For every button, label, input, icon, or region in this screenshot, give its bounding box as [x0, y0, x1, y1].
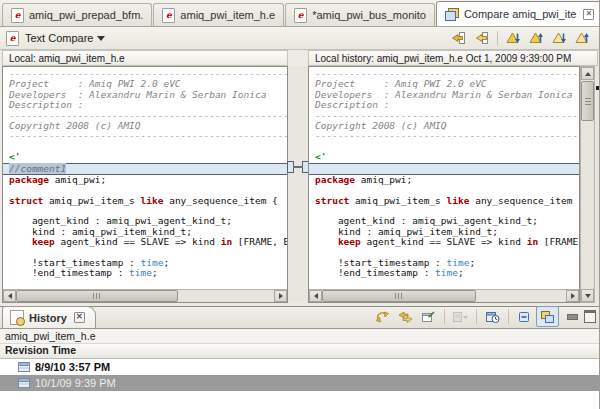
toolbar-separator [497, 31, 498, 46]
history-row[interactable]: 8/9/10 3:57 PM [0, 359, 600, 375]
e-file-icon: e [162, 8, 175, 23]
code-line: keep agent_kind == SLAVE => kind in [FRA… [9, 237, 287, 247]
history-view-icon [10, 310, 24, 325]
history-view: History ✕ [0, 306, 600, 409]
copy-current-right-to-left-button[interactable] [470, 28, 493, 49]
copy-current-right-to-left-icon [474, 31, 489, 45]
right-horizontal-scrollbar[interactable] [309, 289, 579, 302]
next-difference-icon [506, 31, 521, 45]
compare-mode-button[interactable] [536, 306, 559, 327]
collapse-all-button[interactable] [513, 306, 536, 327]
left-compare-pane[interactable]: ----------------------------------------… [2, 66, 288, 303]
previous-change-icon [575, 31, 590, 45]
chevron-down-icon[interactable] [97, 36, 105, 45]
code-line: <' [315, 152, 579, 162]
diff-connector-strip [288, 66, 308, 303]
text-compare-doc-icon: e [6, 31, 19, 46]
next-change-button[interactable] [548, 28, 571, 49]
previous-change-button[interactable] [571, 28, 594, 49]
code-line [9, 142, 287, 152]
editor-tab-prepad-bfm[interactable]: e amiq_pwi_prepad_bfm. [2, 3, 152, 26]
revision-time: 8/9/10 3:57 PM [35, 361, 110, 373]
revision-time-column-header[interactable]: Revision Time [0, 344, 600, 359]
right-vertical-scrollbar[interactable] [580, 66, 595, 303]
history-row[interactable]: 10/1/09 9:39 PM [0, 375, 600, 391]
e-file-icon: e [11, 8, 24, 23]
pin-view-icon [421, 310, 436, 324]
link-with-editor-button[interactable] [394, 306, 417, 327]
eclipse-window: e amiq_pwi_prepad_bfm. e amiq_pwi_item_h… [0, 0, 600, 409]
left-pane-header: Local: amiq_pwi_item_h.e [2, 50, 288, 66]
close-view-icon[interactable]: ✕ [74, 312, 85, 323]
code-line: struct amiq_pwi_item_s like any_sequence… [315, 196, 579, 206]
copy-all-right-to-left-button[interactable] [447, 28, 470, 49]
scrollbar-thumb[interactable] [16, 290, 178, 302]
toolbar-separator [444, 309, 445, 324]
group-by-date-button[interactable] [449, 306, 472, 327]
diff-overview-mark[interactable] [596, 86, 600, 90]
compare-editor-icon [445, 8, 459, 21]
pin-view-button[interactable] [417, 306, 440, 327]
code-line: package amiq_pwi; [9, 175, 287, 185]
revision-icon [18, 362, 30, 372]
code-line: ----------------------------------------… [315, 131, 579, 141]
toolbar-separator [508, 309, 509, 324]
revision-icon [18, 378, 30, 388]
refresh-icon [375, 310, 390, 324]
link-with-editor-icon [398, 310, 413, 324]
scroll-left-icon[interactable] [3, 290, 16, 302]
previous-difference-icon [529, 31, 544, 45]
minimize-icon[interactable] [567, 314, 578, 320]
left-horizontal-scrollbar[interactable] [3, 289, 287, 302]
text-compare-label: Text Compare [25, 32, 93, 44]
scrollbar-thumb[interactable] [322, 290, 476, 302]
code-line: package amiq_pwi; [315, 175, 579, 185]
code-line [315, 142, 579, 152]
code-line: !end_timestamp : time; [315, 268, 579, 278]
right-pane-code[interactable]: ----------------------------------------… [309, 67, 579, 290]
refresh-button[interactable] [371, 306, 394, 327]
code-line: <' [9, 152, 287, 162]
history-toolbar [371, 306, 600, 328]
toolbar-separator [476, 309, 477, 324]
history-tab-bar: History ✕ [0, 307, 600, 329]
editor-tab-compare-active[interactable]: Compare amiq_pwi_ite ✕ [436, 1, 600, 26]
scroll-right-icon[interactable] [274, 290, 287, 302]
date-format-button[interactable] [481, 306, 504, 327]
code-line: !end_timestamp : time; [9, 268, 287, 278]
editor-tab-label: amiq_pwi_prepad_bfm. [29, 9, 143, 21]
editor-tab-bus-monitor[interactable]: e *amiq_pwi_bus_monito [285, 3, 435, 26]
collapse-all-icon [517, 310, 532, 324]
history-tab-label: History [29, 312, 67, 324]
scrollbar-thumb[interactable] [581, 81, 594, 121]
history-file-label: amiq_pwi_item_h.e [0, 329, 600, 344]
right-compare-pane[interactable]: ----------------------------------------… [308, 66, 580, 303]
previous-difference-button[interactable] [525, 28, 548, 49]
editor-tab-bar: e amiq_pwi_prepad_bfm. e amiq_pwi_item_h… [0, 0, 600, 27]
e-file-icon: e [294, 8, 307, 23]
editor-tab-label: Compare amiq_pwi_ite [464, 8, 577, 20]
editor-tab-item-h[interactable]: e amiq_pwi_item_h.e [153, 3, 284, 26]
compare-toolbar-buttons [447, 28, 594, 49]
revision-time: 10/1/09 9:39 PM [35, 377, 116, 389]
maximize-icon[interactable] [584, 310, 596, 323]
left-pane-code[interactable]: ----------------------------------------… [3, 67, 287, 290]
history-window-buttons [559, 310, 596, 323]
scroll-left-icon[interactable] [309, 290, 322, 302]
date-format-icon [485, 310, 500, 324]
compare-toolbar: e Text Compare [0, 27, 600, 50]
close-tab-icon[interactable]: ✕ [583, 9, 594, 20]
history-tab[interactable]: History ✕ [2, 306, 96, 328]
next-difference-button[interactable] [502, 28, 525, 49]
scroll-right-icon[interactable] [566, 290, 579, 302]
editor-tab-label: amiq_pwi_item_h.e [180, 9, 275, 21]
code-line: ----------------------------------------… [9, 131, 287, 141]
diff-overview-ruler[interactable] [596, 66, 600, 303]
scroll-up-icon[interactable] [581, 67, 594, 80]
scroll-down-icon[interactable] [581, 289, 594, 302]
copy-all-right-to-left-icon [451, 31, 466, 45]
history-rows: 8/9/10 3:57 PM10/1/09 9:39 PM [0, 359, 600, 391]
code-line: keep agent_kind == SLAVE => kind in [FRA… [315, 237, 579, 247]
group-by-date-icon [452, 310, 469, 324]
editor-tab-label: *amiq_pwi_bus_monito [312, 9, 426, 21]
